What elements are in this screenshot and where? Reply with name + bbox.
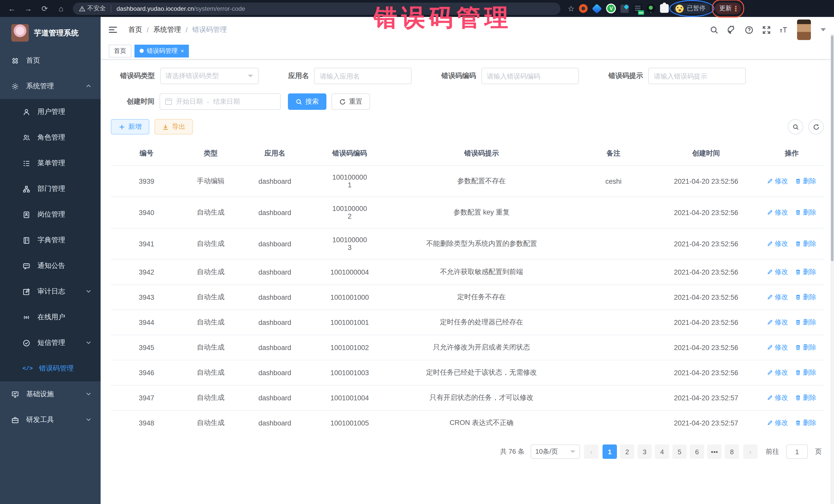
edit-link[interactable]: 修改 bbox=[767, 418, 788, 428]
extension-icon-squares[interactable] bbox=[621, 4, 629, 13]
table-row[interactable]: 3941 自动生成 dashboard 1001000003 不能删除类型为系统… bbox=[111, 228, 824, 259]
page-button[interactable]: 2 bbox=[620, 444, 634, 459]
edit-link[interactable]: 修改 bbox=[767, 393, 788, 402]
next-page-button[interactable]: › bbox=[743, 444, 758, 459]
page-button[interactable]: 4 bbox=[655, 444, 669, 459]
page-scrollbar[interactable] bbox=[830, 34, 834, 504]
extension-icon-orange[interactable] bbox=[579, 4, 588, 13]
sidebar-item-error-code[interactable]: </> 错误码管理 bbox=[0, 356, 101, 381]
sidebar-item-users[interactable]: 用户管理 bbox=[0, 99, 101, 125]
sidebar-item-menus[interactable]: 菜单管理 bbox=[0, 150, 101, 176]
delete-link[interactable]: 删除 bbox=[795, 418, 816, 428]
delete-link[interactable]: 删除 bbox=[795, 239, 816, 248]
bookmark-star-icon[interactable]: ☆ bbox=[568, 4, 575, 13]
extension-icon-key[interactable] bbox=[647, 4, 656, 13]
back-icon[interactable]: ← bbox=[5, 2, 19, 15]
forward-icon[interactable]: → bbox=[22, 2, 35, 15]
date-range-picker[interactable]: 开始日期 - 结束日期 bbox=[160, 93, 281, 110]
user-avatar[interactable] bbox=[797, 20, 811, 40]
brand[interactable]: 芋道管理系统 bbox=[0, 17, 101, 48]
sidebar-item-infra[interactable]: 基础设施 bbox=[0, 381, 101, 407]
edit-link[interactable]: 修改 bbox=[767, 267, 788, 277]
edit-link[interactable]: 修改 bbox=[767, 343, 788, 352]
toggle-search-button[interactable] bbox=[788, 119, 803, 134]
page-button[interactable]: 8 bbox=[725, 444, 739, 459]
delete-link[interactable]: 删除 bbox=[795, 393, 816, 402]
sidebar-item-system[interactable]: 系统管理 bbox=[0, 73, 101, 99]
table-row[interactable]: 3939 手动编辑 dashboard 1001000001 参数配置不存在 c… bbox=[111, 166, 824, 197]
extension-icon-switch[interactable] bbox=[634, 4, 642, 13]
tab-home[interactable]: 首页 bbox=[109, 44, 131, 57]
sidebar-item-home[interactable]: 首页 bbox=[0, 48, 101, 73]
breadcrumb-system[interactable]: 系统管理 bbox=[153, 25, 181, 35]
delete-link[interactable]: 删除 bbox=[795, 208, 816, 217]
sidebar-item-sms[interactable]: 短信管理 bbox=[0, 330, 101, 356]
table-row[interactable]: 3946 自动生成 dashboard 1001001003 定时任务已经处于该… bbox=[111, 360, 824, 385]
table-row[interactable]: 3948 自动生成 dashboard 1001001005 CRON 表达式不… bbox=[111, 410, 824, 435]
sidebar-item-departments[interactable]: 部门管理 bbox=[0, 176, 101, 202]
page-button[interactable]: 1 bbox=[602, 444, 617, 459]
sidebar-item-dev-tools[interactable]: 研发工具 bbox=[0, 407, 101, 433]
security-warning[interactable]: 不安全 bbox=[79, 4, 106, 13]
table-row[interactable]: 3945 自动生成 dashboard 1001001002 只允许修改为开启或… bbox=[111, 335, 824, 360]
sidebar-item-online-users[interactable]: 在线用户 bbox=[0, 304, 101, 330]
update-button[interactable]: 更新 bbox=[719, 4, 731, 13]
avatar-caret-icon[interactable] bbox=[821, 28, 826, 31]
profile-paused-pill[interactable]: 已暂停 bbox=[674, 3, 710, 14]
github-icon[interactable] bbox=[727, 25, 736, 34]
page-button[interactable]: ••• bbox=[707, 444, 722, 459]
delete-link[interactable]: 删除 bbox=[795, 343, 816, 352]
hamburger-icon[interactable] bbox=[109, 24, 120, 36]
error-code-input[interactable] bbox=[487, 72, 573, 80]
reload-icon[interactable]: ⟳ bbox=[38, 2, 51, 15]
browser-menu-icon[interactable]: ••• bbox=[735, 5, 737, 12]
delete-link[interactable]: 删除 bbox=[795, 267, 816, 277]
page-button[interactable]: 6 bbox=[690, 444, 704, 459]
refresh-table-button[interactable] bbox=[808, 119, 824, 134]
table-row[interactable]: 3943 自动生成 dashboard 1001001000 定时任务不存在 2… bbox=[111, 285, 824, 310]
sidebar-item-notice[interactable]: 通知公告 bbox=[0, 253, 101, 279]
edit-link[interactable]: 修改 bbox=[767, 368, 788, 377]
breadcrumb-home[interactable]: 首页 bbox=[128, 25, 142, 35]
app-name-input[interactable] bbox=[320, 72, 406, 80]
goto-page-input[interactable] bbox=[786, 444, 808, 459]
tab-error-code[interactable]: 错误码管理 × bbox=[134, 44, 189, 57]
extensions-puzzle-icon[interactable] bbox=[660, 4, 669, 13]
edit-link[interactable]: 修改 bbox=[767, 208, 788, 217]
table-row[interactable]: 3942 自动生成 dashboard 1001000004 不允许获取敏感配置… bbox=[111, 259, 824, 285]
table-row[interactable]: 3940 自动生成 dashboard 1001000002 参数配置 key … bbox=[111, 197, 824, 228]
tab-close-icon[interactable]: × bbox=[181, 48, 184, 54]
page-size-select[interactable]: 10条/页 bbox=[531, 444, 580, 459]
page-button[interactable]: 5 bbox=[672, 444, 687, 459]
edit-link[interactable]: 修改 bbox=[767, 292, 788, 302]
extension-icon-v[interactable]: V bbox=[607, 4, 616, 13]
extension-icon-gem[interactable] bbox=[592, 3, 602, 14]
delete-link[interactable]: 删除 bbox=[795, 177, 816, 186]
scrollbar-thumb[interactable] bbox=[831, 36, 833, 261]
search-button[interactable]: 搜索 bbox=[288, 93, 326, 110]
table-row[interactable]: 3944 自动生成 dashboard 1001001001 定时任务的处理器已… bbox=[111, 310, 824, 335]
sidebar-item-roles[interactable]: 角色管理 bbox=[0, 125, 101, 150]
table-row[interactable]: 3947 自动生成 dashboard 1001001004 只有开启状态的任务… bbox=[111, 385, 824, 410]
page-button[interactable]: 3 bbox=[637, 444, 652, 459]
sidebar-item-dict[interactable]: 字典管理 bbox=[0, 227, 101, 253]
error-msg-input[interactable] bbox=[654, 72, 740, 80]
fullscreen-icon[interactable] bbox=[762, 25, 771, 34]
help-icon[interactable] bbox=[745, 25, 753, 34]
home-icon[interactable]: ⌂ bbox=[54, 2, 68, 15]
delete-link[interactable]: 删除 bbox=[795, 368, 816, 377]
sidebar-item-audit-log[interactable]: 审计日志 bbox=[0, 279, 101, 304]
browser-update-area[interactable]: 更新 ••• bbox=[715, 3, 741, 14]
edit-link[interactable]: 修改 bbox=[767, 318, 788, 327]
font-size-icon[interactable] bbox=[780, 25, 788, 34]
edit-link[interactable]: 修改 bbox=[767, 177, 788, 186]
reset-button[interactable]: 重置 bbox=[332, 93, 370, 110]
add-button[interactable]: 新增 bbox=[111, 119, 149, 134]
delete-link[interactable]: 删除 bbox=[795, 318, 816, 327]
sidebar-item-posts[interactable]: 岗位管理 bbox=[0, 202, 101, 227]
prev-page-button[interactable]: ‹ bbox=[584, 444, 598, 459]
search-icon[interactable] bbox=[710, 25, 719, 34]
edit-link[interactable]: 修改 bbox=[767, 239, 788, 248]
delete-link[interactable]: 删除 bbox=[795, 292, 816, 302]
error-type-select[interactable]: 请选择错误码类型 bbox=[160, 68, 258, 84]
